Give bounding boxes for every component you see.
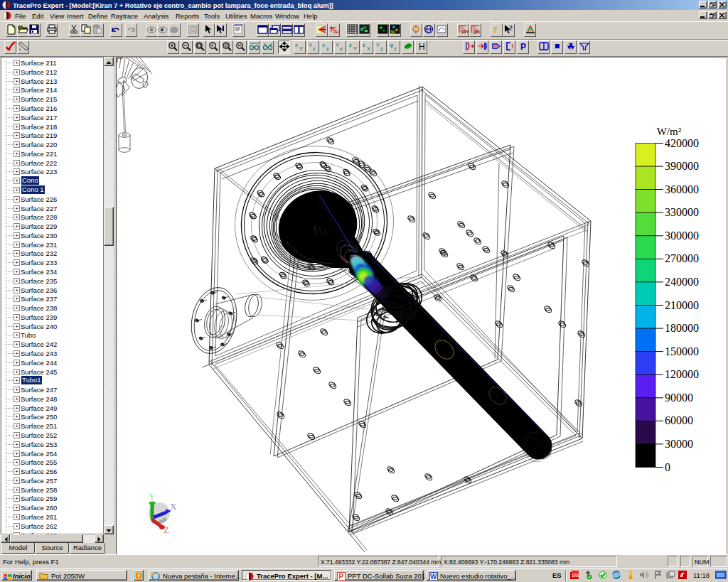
svg-text:P: P <box>520 42 526 51</box>
svg-text:360000: 360000 <box>665 183 699 195</box>
svg-text:W/m²: W/m² <box>657 126 682 137</box>
svg-text:150000: 150000 <box>665 345 699 357</box>
svg-text:90000: 90000 <box>665 392 693 404</box>
svg-text:60000: 60000 <box>665 414 693 426</box>
svg-text:180000: 180000 <box>665 322 699 334</box>
svg-text:z: z <box>363 42 365 48</box>
svg-text:x: x <box>322 42 325 48</box>
svg-text:z: z <box>313 45 316 51</box>
svg-text:P: P <box>339 573 344 581</box>
svg-text:z: z <box>394 45 397 51</box>
svg-text:390000: 390000 <box>665 160 699 172</box>
svg-text:30000: 30000 <box>665 438 693 450</box>
svg-text:240000: 240000 <box>665 276 699 288</box>
svg-text:x: x <box>295 42 298 48</box>
svg-text:SW: SW <box>572 573 579 578</box>
svg-text:3D: 3D <box>390 30 395 34</box>
svg-text:120000: 120000 <box>665 368 699 380</box>
svg-text:Z: Z <box>164 524 169 535</box>
svg-text:SRT: SRT <box>461 30 469 34</box>
svg-text:300000: 300000 <box>665 230 699 242</box>
svg-text:X: X <box>367 45 370 51</box>
svg-text:Y: Y <box>149 491 156 502</box>
svg-text:420000: 420000 <box>665 137 699 149</box>
svg-text:QPL: QPL <box>473 30 481 34</box>
svg-text:?: ? <box>493 24 498 34</box>
svg-text:x: x <box>340 45 343 51</box>
svg-text:Y: Y <box>299 45 303 51</box>
svg-text:X: X <box>170 501 177 512</box>
svg-text:0: 0 <box>665 461 670 473</box>
svg-text:210000: 210000 <box>665 299 699 311</box>
svg-text:z: z <box>326 45 329 51</box>
svg-text:z: z <box>380 45 383 51</box>
svg-text:Y: Y <box>336 42 339 48</box>
svg-text:H: H <box>419 42 425 51</box>
svg-text:270000: 270000 <box>665 252 699 264</box>
svg-text:ψ: ψ <box>390 42 393 48</box>
svg-text:Y: Y <box>376 42 380 48</box>
svg-text:Y: Y <box>309 42 312 48</box>
svg-text:330000: 330000 <box>665 206 699 218</box>
svg-text:W: W <box>430 573 437 581</box>
svg-text:z: z <box>349 42 352 48</box>
svg-text:Y: Y <box>353 45 357 51</box>
svg-text:?: ? <box>509 24 513 32</box>
svg-text:RED: RED <box>333 30 339 34</box>
